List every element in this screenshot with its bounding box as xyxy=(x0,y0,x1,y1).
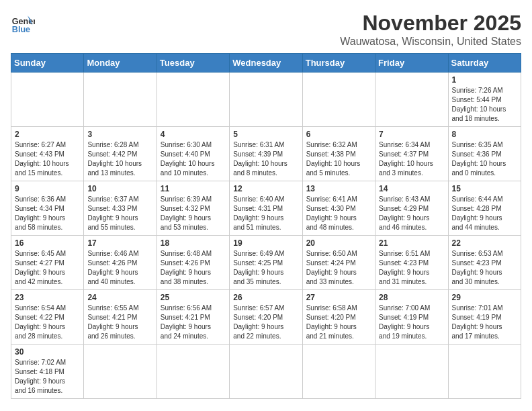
day-cell xyxy=(84,345,157,399)
day-number: 8 xyxy=(452,130,517,139)
week-row-4: 16Sunrise: 6:45 AM Sunset: 4:27 PM Dayli… xyxy=(11,236,521,290)
day-number: 7 xyxy=(379,130,444,139)
day-cell xyxy=(375,73,448,127)
day-cell: 18Sunrise: 6:48 AM Sunset: 4:26 PM Dayli… xyxy=(157,236,229,290)
day-number: 2 xyxy=(15,130,80,139)
weekday-header-sunday: Sunday xyxy=(11,54,84,73)
day-number: 22 xyxy=(452,238,517,248)
day-number: 13 xyxy=(306,184,371,193)
day-cell: 5Sunrise: 6:31 AM Sunset: 4:39 PM Daylig… xyxy=(230,127,302,181)
day-info: Sunrise: 6:56 AM Sunset: 4:21 PM Dayligh… xyxy=(161,304,226,341)
day-cell: 17Sunrise: 6:46 AM Sunset: 4:26 PM Dayli… xyxy=(84,236,157,290)
day-cell: 15Sunrise: 6:44 AM Sunset: 4:28 PM Dayli… xyxy=(448,181,521,236)
day-cell xyxy=(302,345,375,399)
day-cell: 22Sunrise: 6:53 AM Sunset: 4:23 PM Dayli… xyxy=(448,236,521,290)
day-info: Sunrise: 6:57 AM Sunset: 4:20 PM Dayligh… xyxy=(233,304,298,341)
day-number: 6 xyxy=(306,130,371,139)
day-info: Sunrise: 6:31 AM Sunset: 4:39 PM Dayligh… xyxy=(233,140,298,178)
logo: General Blue xyxy=(11,11,35,35)
day-cell: 4Sunrise: 6:30 AM Sunset: 4:40 PM Daylig… xyxy=(157,127,229,181)
day-cell: 1Sunrise: 7:26 AM Sunset: 5:44 PM Daylig… xyxy=(448,73,521,127)
day-cell: 2Sunrise: 6:27 AM Sunset: 4:43 PM Daylig… xyxy=(11,127,84,181)
day-cell: 28Sunrise: 7:00 AM Sunset: 4:19 PM Dayli… xyxy=(375,290,448,345)
day-info: Sunrise: 7:00 AM Sunset: 4:19 PM Dayligh… xyxy=(379,304,444,341)
day-cell xyxy=(302,73,375,127)
day-number: 11 xyxy=(161,184,226,193)
day-cell: 23Sunrise: 6:54 AM Sunset: 4:22 PM Dayli… xyxy=(11,290,84,345)
day-info: Sunrise: 6:45 AM Sunset: 4:27 PM Dayligh… xyxy=(15,249,80,287)
day-number: 27 xyxy=(306,293,371,302)
day-info: Sunrise: 6:50 AM Sunset: 4:24 PM Dayligh… xyxy=(306,249,371,287)
location-title: Wauwatosa, Wisconsin, United States xyxy=(340,36,521,48)
day-number: 16 xyxy=(15,238,80,248)
day-info: Sunrise: 7:02 AM Sunset: 4:18 PM Dayligh… xyxy=(15,358,80,396)
day-info: Sunrise: 6:54 AM Sunset: 4:22 PM Dayligh… xyxy=(15,304,80,341)
day-info: Sunrise: 6:43 AM Sunset: 4:29 PM Dayligh… xyxy=(379,195,444,232)
day-cell: 30Sunrise: 7:02 AM Sunset: 4:18 PM Dayli… xyxy=(11,345,84,399)
svg-text:Blue: Blue xyxy=(12,25,30,34)
weekday-header-thursday: Thursday xyxy=(302,54,375,73)
week-row-1: 1Sunrise: 7:26 AM Sunset: 5:44 PM Daylig… xyxy=(11,73,521,127)
day-cell: 21Sunrise: 6:51 AM Sunset: 4:23 PM Dayli… xyxy=(375,236,448,290)
day-cell: 3Sunrise: 6:28 AM Sunset: 4:42 PM Daylig… xyxy=(84,127,157,181)
day-cell: 9Sunrise: 6:36 AM Sunset: 4:34 PM Daylig… xyxy=(11,181,84,236)
day-info: Sunrise: 6:28 AM Sunset: 4:42 PM Dayligh… xyxy=(87,140,152,178)
day-number: 28 xyxy=(379,293,444,302)
day-cell: 12Sunrise: 6:40 AM Sunset: 4:31 PM Dayli… xyxy=(230,181,302,236)
header: General Blue November 2025 Wauwatosa, Wi… xyxy=(11,11,521,48)
day-number: 12 xyxy=(233,184,298,193)
title-area: November 2025 Wauwatosa, Wisconsin, Unit… xyxy=(340,11,521,48)
day-cell: 29Sunrise: 7:01 AM Sunset: 4:19 PM Dayli… xyxy=(448,290,521,345)
day-cell xyxy=(84,73,157,127)
calendar: SundayMondayTuesdayWednesdayThursdayFrid… xyxy=(11,53,521,399)
day-info: Sunrise: 6:55 AM Sunset: 4:21 PM Dayligh… xyxy=(87,304,152,341)
weekday-header-tuesday: Tuesday xyxy=(157,54,229,73)
day-info: Sunrise: 6:40 AM Sunset: 4:31 PM Dayligh… xyxy=(233,195,298,232)
day-info: Sunrise: 6:37 AM Sunset: 4:33 PM Dayligh… xyxy=(87,195,152,232)
day-number: 29 xyxy=(452,293,517,302)
week-row-6: 30Sunrise: 7:02 AM Sunset: 4:18 PM Dayli… xyxy=(11,345,521,399)
day-cell: 13Sunrise: 6:41 AM Sunset: 4:30 PM Dayli… xyxy=(302,181,375,236)
day-number: 5 xyxy=(233,130,298,139)
day-number: 4 xyxy=(161,130,226,139)
day-info: Sunrise: 6:53 AM Sunset: 4:23 PM Dayligh… xyxy=(452,249,517,287)
day-cell: 11Sunrise: 6:39 AM Sunset: 4:32 PM Dayli… xyxy=(157,181,229,236)
day-number: 20 xyxy=(306,238,371,248)
day-info: Sunrise: 6:51 AM Sunset: 4:23 PM Dayligh… xyxy=(379,249,444,287)
day-cell: 26Sunrise: 6:57 AM Sunset: 4:20 PM Dayli… xyxy=(230,290,302,345)
day-info: Sunrise: 6:36 AM Sunset: 4:34 PM Dayligh… xyxy=(15,195,80,232)
day-number: 1 xyxy=(452,75,517,85)
day-info: Sunrise: 6:39 AM Sunset: 4:32 PM Dayligh… xyxy=(161,195,226,232)
day-number: 24 xyxy=(87,293,152,302)
logo-icon: General Blue xyxy=(11,11,35,35)
day-cell: 10Sunrise: 6:37 AM Sunset: 4:33 PM Dayli… xyxy=(84,181,157,236)
week-row-5: 23Sunrise: 6:54 AM Sunset: 4:22 PM Dayli… xyxy=(11,290,521,345)
day-info: Sunrise: 6:27 AM Sunset: 4:43 PM Dayligh… xyxy=(15,140,80,178)
day-number: 18 xyxy=(161,238,226,248)
weekday-header-row: SundayMondayTuesdayWednesdayThursdayFrid… xyxy=(11,54,521,73)
day-cell xyxy=(448,345,521,399)
day-info: Sunrise: 6:48 AM Sunset: 4:26 PM Dayligh… xyxy=(161,249,226,287)
day-cell xyxy=(157,73,229,127)
day-number: 3 xyxy=(87,130,152,139)
weekday-header-friday: Friday xyxy=(375,54,448,73)
day-number: 19 xyxy=(233,238,298,248)
day-cell: 6Sunrise: 6:32 AM Sunset: 4:38 PM Daylig… xyxy=(302,127,375,181)
day-cell: 16Sunrise: 6:45 AM Sunset: 4:27 PM Dayli… xyxy=(11,236,84,290)
day-info: Sunrise: 6:35 AM Sunset: 4:36 PM Dayligh… xyxy=(452,140,517,178)
day-cell xyxy=(230,345,302,399)
day-number: 10 xyxy=(87,184,152,193)
day-number: 26 xyxy=(233,293,298,302)
weekday-header-saturday: Saturday xyxy=(448,54,521,73)
day-cell: 19Sunrise: 6:49 AM Sunset: 4:25 PM Dayli… xyxy=(230,236,302,290)
day-info: Sunrise: 6:49 AM Sunset: 4:25 PM Dayligh… xyxy=(233,249,298,287)
weekday-header-wednesday: Wednesday xyxy=(230,54,302,73)
day-number: 23 xyxy=(15,293,80,302)
day-number: 14 xyxy=(379,184,444,193)
day-info: Sunrise: 6:32 AM Sunset: 4:38 PM Dayligh… xyxy=(306,140,371,178)
day-cell: 24Sunrise: 6:55 AM Sunset: 4:21 PM Dayli… xyxy=(84,290,157,345)
day-info: Sunrise: 6:58 AM Sunset: 4:20 PM Dayligh… xyxy=(306,304,371,341)
day-cell: 27Sunrise: 6:58 AM Sunset: 4:20 PM Dayli… xyxy=(302,290,375,345)
day-cell xyxy=(11,73,84,127)
weekday-header-monday: Monday xyxy=(84,54,157,73)
